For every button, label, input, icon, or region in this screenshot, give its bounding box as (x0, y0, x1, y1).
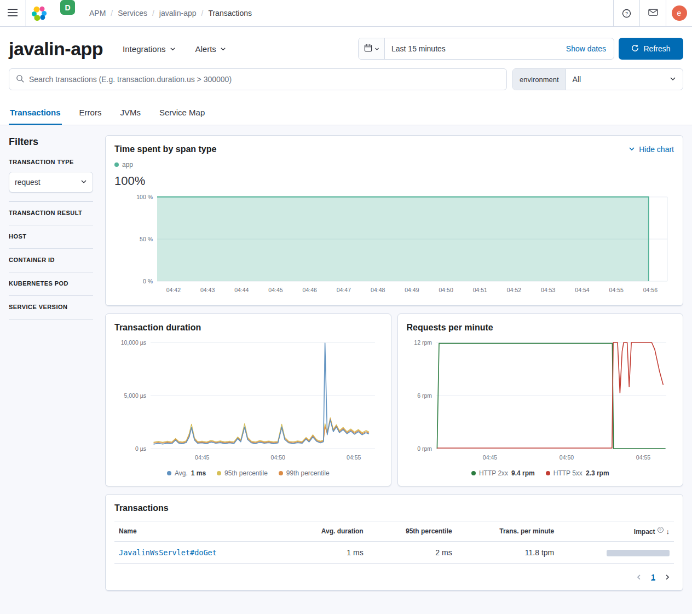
page-number-1[interactable]: 1 (651, 573, 655, 582)
page-title: javalin-app (9, 38, 103, 60)
legend-item-http2xx[interactable]: HTTP 2xx 9.4 rpm (471, 469, 535, 477)
divider (9, 201, 93, 202)
search-box (9, 68, 507, 90)
span-type-legend[interactable]: app (114, 161, 674, 168)
filter-label-kubernetes-pod[interactable]: KUBERNETES POD (9, 280, 93, 287)
breadcrumb-services[interactable]: Services (118, 9, 147, 18)
tab-service-map[interactable]: Service Map (158, 104, 206, 125)
transaction-duration-chart[interactable]: 0 µs5,000 µs10,000 µs04:4504:5004:55 (114, 337, 382, 464)
transaction-name-link[interactable]: JavalinWsServlet#doGet (119, 548, 217, 557)
tab-errors[interactable]: Errors (78, 104, 103, 125)
transaction-type-select[interactable]: request (9, 172, 93, 193)
elastic-logo[interactable] (25, 0, 53, 26)
divider (9, 248, 93, 249)
legend-label-app: app (122, 161, 133, 168)
legend-item-99th[interactable]: 99th percentile (279, 469, 330, 477)
help-button[interactable]: ? (613, 0, 639, 26)
transaction-duration-panel: Transaction duration 0 µs5,000 µs10,000 … (105, 313, 391, 486)
chevron-down-icon (374, 45, 379, 53)
help-icon: ? (622, 9, 631, 18)
svg-text:04:54: 04:54 (575, 287, 589, 293)
svg-text:04:42: 04:42 (166, 287, 181, 293)
filter-label-transaction-result[interactable]: TRANSACTION RESULT (9, 210, 93, 216)
service-tabs: Transactions Errors JVMs Service Map (0, 99, 692, 125)
svg-text:04:45: 04:45 (482, 454, 497, 461)
breadcrumb-separator: / (201, 9, 204, 18)
breadcrumb-service-name[interactable]: javalin-app (159, 9, 197, 18)
search-row: environment All (0, 63, 692, 99)
legend-item-avg[interactable]: Avg. 1 ms (167, 469, 206, 477)
menu-toggle-button[interactable] (0, 0, 25, 26)
filter-label-host[interactable]: HOST (9, 233, 93, 240)
filter-label-transaction-type: TRANSACTION TYPE (9, 159, 93, 165)
show-dates-button[interactable]: Show dates (558, 44, 614, 53)
newsfeed-button[interactable] (639, 0, 666, 26)
requests-per-minute-panel: Requests per minute 0 rpm6 rpm12 rpm04:4… (397, 313, 684, 486)
tab-transactions[interactable]: Transactions (9, 104, 62, 125)
svg-text:04:50: 04:50 (439, 287, 453, 293)
hide-chart-button[interactable]: Hide chart (628, 145, 674, 154)
legend-item-95th[interactable]: 95th percentile (217, 469, 268, 477)
column-header-95th-percentile[interactable]: 95th percentile (368, 521, 457, 542)
svg-text:?: ? (625, 10, 628, 16)
chevron-down-icon (80, 178, 87, 187)
content-area: Filters TRANSACTION TYPE request TRANSAC… (0, 125, 692, 614)
svg-text:0 %: 0 % (143, 278, 153, 284)
column-header-trans-per-minute[interactable]: Trans. per minute (457, 521, 559, 542)
legend-dot-http5xx (546, 471, 550, 475)
alerts-dropdown[interactable]: Alerts (195, 44, 226, 54)
svg-text:04:53: 04:53 (541, 287, 555, 293)
svg-text:12 rpm: 12 rpm (414, 339, 432, 346)
environment-filter: environment All (512, 68, 683, 90)
divider (9, 319, 93, 319)
pagination: 1 (114, 573, 674, 582)
previous-page-button[interactable] (636, 574, 642, 580)
breadcrumb: APM / Services / javalin-app / Transacti… (89, 0, 252, 26)
breadcrumb-separator: / (111, 9, 113, 18)
next-page-button[interactable] (664, 574, 671, 580)
calendar-icon (364, 44, 372, 54)
span-type-current-value: 100% (114, 174, 674, 188)
svg-text:04:48: 04:48 (371, 287, 385, 293)
integrations-dropdown[interactable]: Integrations (123, 44, 175, 54)
svg-text:5,000 µs: 5,000 µs (124, 392, 147, 399)
svg-text:04:51: 04:51 (473, 287, 487, 293)
filters-title: Filters (9, 136, 93, 148)
legend-dot-avg (167, 471, 171, 475)
column-header-avg-duration[interactable]: Avg. duration (286, 521, 367, 542)
svg-text:6 rpm: 6 rpm (417, 392, 432, 399)
filter-label-service-version[interactable]: SERVICE VERSION (9, 304, 93, 310)
transaction-duration-title: Transaction duration (114, 323, 382, 333)
cell-avg-duration: 1 ms (286, 542, 367, 564)
tab-jvms[interactable]: JVMs (119, 104, 142, 125)
breadcrumb-apm[interactable]: APM (89, 9, 106, 18)
svg-text:04:47: 04:47 (337, 287, 351, 293)
filter-label-container-id[interactable]: CONTAINER ID (9, 257, 93, 263)
legend-item-http5xx[interactable]: HTTP 5xx 2.3 rpm (546, 469, 609, 477)
search-transactions-input[interactable] (29, 75, 500, 84)
svg-text:04:56: 04:56 (643, 287, 658, 293)
divider (9, 272, 93, 272)
page-header: javalin-app Integrations Alerts Last 15 … (0, 27, 692, 63)
svg-text:50 %: 50 % (140, 236, 153, 242)
time-range-value[interactable]: Last 15 minutes (385, 44, 558, 53)
svg-text:0 µs: 0 µs (135, 445, 146, 452)
svg-text:04:49: 04:49 (405, 287, 419, 293)
impact-info-icon[interactable]: ? (658, 527, 664, 533)
svg-text:04:45: 04:45 (268, 287, 282, 293)
hamburger-icon (8, 9, 18, 18)
refresh-button[interactable]: Refresh (619, 38, 683, 60)
svg-text:0 rpm: 0 rpm (417, 445, 432, 452)
requests-per-minute-chart[interactable]: 0 rpm6 rpm12 rpm04:4504:5004:55 (407, 337, 674, 464)
quick-select-button[interactable] (359, 38, 385, 59)
transactions-table-title: Transactions (114, 503, 674, 513)
column-header-impact[interactable]: Impact?↓ (558, 521, 674, 542)
space-badge[interactable]: D (60, 0, 75, 15)
user-menu-button[interactable]: e (666, 0, 692, 26)
environment-select[interactable]: All (566, 69, 683, 90)
span-type-chart[interactable]: 0 %50 %100 %04:4204:4304:4404:4504:4604:… (114, 193, 673, 297)
search-icon (16, 74, 25, 85)
chevron-down-icon (628, 145, 635, 154)
chevron-down-icon (670, 75, 676, 84)
column-header-name[interactable]: Name (114, 521, 286, 542)
